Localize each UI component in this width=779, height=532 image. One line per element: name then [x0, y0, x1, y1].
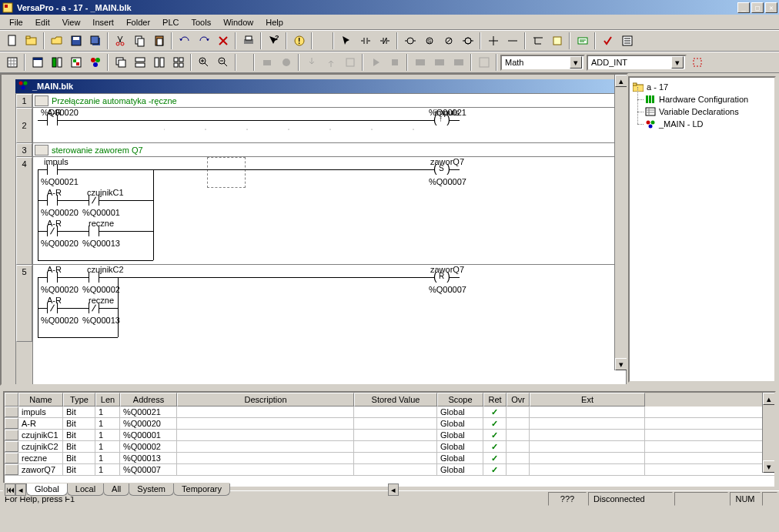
cell-scope[interactable]: Global	[437, 418, 483, 429]
cut-button[interactable]	[112, 32, 129, 49]
cell-scope[interactable]: Global	[437, 441, 483, 452]
rung-2[interactable]: A-R impuls ↑ %Q00020 %Q00021	[33, 108, 626, 143]
cell-description[interactable]	[177, 418, 354, 429]
paste-button[interactable]	[150, 32, 168, 49]
rung4-contact-rec[interactable]	[89, 226, 99, 236]
rung5-coil-reset[interactable]: R	[435, 272, 449, 283]
undo-button[interactable]	[176, 32, 193, 49]
tree-root[interactable]: a - 17	[631, 81, 773, 93]
cell-description[interactable]	[177, 407, 354, 417]
col-len[interactable]: Len	[95, 393, 120, 407]
cell-address[interactable]: %Q00021	[120, 407, 177, 417]
cell-description[interactable]	[177, 453, 354, 463]
rung4-contact-impuls[interactable]	[47, 164, 58, 175]
tab-local[interactable]: Local	[67, 483, 104, 496]
col-name[interactable]: Name	[18, 393, 63, 407]
row-num-5[interactable]: 5	[16, 265, 32, 342]
cell-stored[interactable]	[354, 441, 437, 452]
menu-window[interactable]: Window	[217, 16, 259, 28]
cell-len[interactable]: 1	[95, 441, 120, 452]
cell-stored[interactable]	[354, 407, 437, 417]
comment-button[interactable]	[573, 32, 591, 49]
col-ret[interactable]: Ret	[483, 393, 507, 407]
save-button[interactable]	[67, 32, 85, 49]
cell-ext[interactable]	[530, 464, 645, 475]
cell-len[interactable]: 1	[95, 430, 120, 440]
cell-ret[interactable]: ✓	[483, 453, 507, 463]
col-type[interactable]: Type	[63, 393, 95, 407]
cell-ext[interactable]	[530, 418, 645, 429]
scroll-up-icon[interactable]: ▴	[763, 393, 775, 405]
cell-ext[interactable]	[530, 453, 645, 463]
menu-edit[interactable]: Edit	[29, 16, 56, 28]
editor-vscroll[interactable]: ▴ ▾	[614, 75, 627, 370]
info-button[interactable]: !	[290, 32, 308, 49]
rung5-contact-cz2[interactable]	[89, 272, 99, 283]
tab-system[interactable]: System	[129, 483, 174, 496]
cell-scope[interactable]: Global	[437, 430, 483, 440]
coil-button[interactable]	[401, 32, 419, 49]
cell-ext[interactable]	[530, 441, 645, 452]
cell-ovr[interactable]	[507, 464, 530, 475]
cell-address[interactable]: %Q00007	[120, 464, 177, 475]
cell-type[interactable]: Bit	[63, 464, 95, 475]
ladder-editor[interactable]: Przełączanie automatyka -ręczne A-R impu…	[33, 94, 626, 385]
cell-name[interactable]: impuls	[18, 407, 63, 417]
cell-name[interactable]: czujnikC1	[18, 430, 63, 440]
row-num-3[interactable]: 3	[16, 143, 32, 157]
stop-button[interactable]	[386, 54, 403, 71]
rung4-contact-ar[interactable]	[47, 195, 58, 206]
function-category-combo[interactable]: Math ▾	[500, 55, 585, 71]
cell-scope[interactable]: Global	[437, 464, 483, 475]
menu-file[interactable]: File	[3, 16, 29, 28]
grid-row[interactable]: czujnikC1Bit1%Q00001Global✓	[5, 430, 774, 441]
tab-nav-first[interactable]: ⏮	[5, 483, 15, 496]
window-1-button[interactable]	[28, 54, 46, 71]
print-button[interactable]	[239, 32, 257, 49]
monitor-3-button[interactable]	[450, 54, 467, 71]
coil-reset-button[interactable]	[440, 32, 457, 49]
cell-ovr[interactable]	[507, 430, 530, 440]
tile-v-button[interactable]	[150, 54, 168, 71]
cascade-button[interactable]	[112, 54, 129, 71]
cell-address[interactable]: %Q00020	[120, 418, 177, 429]
grid-row[interactable]: reczneBit1%Q00013Global✓	[5, 453, 774, 464]
tree-item-hwconfig[interactable]: Hardware Configuration	[631, 93, 773, 105]
close-button[interactable]: ✕	[765, 2, 777, 13]
arrange-button[interactable]	[169, 54, 187, 71]
cell-description[interactable]	[177, 441, 354, 452]
menu-folder[interactable]: Folder	[120, 16, 156, 28]
row-header[interactable]	[5, 464, 18, 475]
maximize-button[interactable]: □	[751, 2, 764, 13]
grid-row[interactable]: zaworQ7Bit1%Q00007Global✓	[5, 464, 774, 476]
open-button[interactable]	[48, 32, 65, 49]
tree-item-main[interactable]: _MAIN - LD	[631, 118, 773, 130]
insert-function-button[interactable]	[688, 54, 706, 71]
tab-nav-prev[interactable]: ◂	[15, 483, 26, 496]
function-block-button[interactable]	[548, 32, 566, 49]
vwire-button[interactable]	[484, 32, 502, 49]
context-help-button[interactable]: ?	[265, 32, 283, 49]
coil-set-button[interactable]: S	[420, 32, 438, 49]
new-folder-button[interactable]	[22, 32, 40, 49]
cell-stored[interactable]	[354, 418, 437, 429]
monitor-1-button[interactable]	[411, 54, 429, 71]
project-tree[interactable]: a - 17 Hardware Configuration Variable D…	[628, 76, 776, 383]
contact-nc-button[interactable]	[376, 32, 393, 49]
col-scope[interactable]: Scope	[437, 393, 483, 407]
coil-neg-button[interactable]	[459, 32, 476, 49]
rung-1-comment[interactable]: Przełączanie automatyka -ręczne	[33, 94, 626, 108]
cell-ext[interactable]	[530, 407, 645, 417]
cell-name[interactable]: A-R	[18, 418, 63, 429]
hwire-button[interactable]	[503, 32, 521, 49]
tab-temporary[interactable]: Temporary	[173, 483, 230, 496]
cell-ovr[interactable]	[507, 407, 530, 417]
rung4-coil-set[interactable]: S	[435, 164, 449, 175]
check-button[interactable]	[599, 32, 617, 49]
minimize-button[interactable]: _	[737, 2, 750, 13]
cell-ext[interactable]	[530, 430, 645, 440]
cell-scope[interactable]: Global	[437, 407, 483, 417]
cell-ovr[interactable]	[507, 418, 530, 429]
tab-global[interactable]: Global	[26, 483, 68, 496]
row-num-4[interactable]: 4	[16, 157, 32, 265]
